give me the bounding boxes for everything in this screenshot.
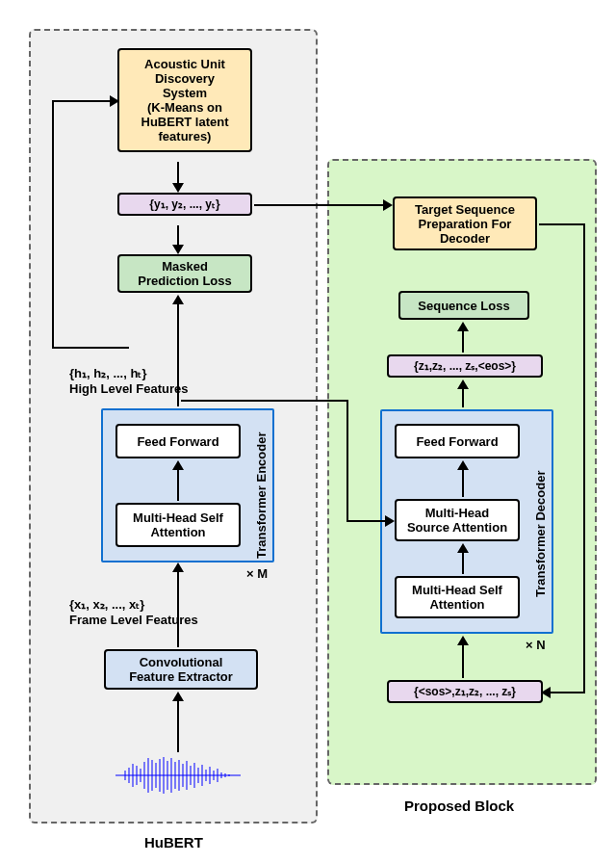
decoder-feed-forward-box: Feed Forward [395, 424, 520, 458]
conv-feature-extractor-box: Convolutional Feature Extractor [104, 649, 258, 690]
encoder-feed-forward-box: Feed Forward [116, 424, 241, 458]
hubert-title: HuBERT [144, 834, 203, 850]
y-sequence-box: {y₁, y₂, ..., yₜ} [117, 193, 252, 216]
decoder-mhsa-box: Multi-Head Self Attention [395, 576, 520, 618]
high-level-features-label: {h₁, h₂, ..., hₜ} High Level Features [69, 366, 189, 396]
z-in-box: {<sos>,z₁,z₂, ..., zₛ} [387, 680, 543, 703]
z-out-box: {z₁,z₂, ..., zₛ,<eos>} [387, 354, 543, 378]
acoustic-unit-discovery-box: Acoustic Unit Discovery System (K-Means … [117, 48, 252, 152]
times-n-label: × N [526, 638, 546, 653]
sequence-loss-box: Sequence Loss [398, 291, 529, 320]
times-m-label: × M [246, 566, 268, 582]
proposed-title: Proposed Block [404, 798, 514, 814]
encoder-mhsa-box: Multi-Head Self Attention [116, 503, 241, 547]
transformer-encoder-label: Transformer Encoder [254, 414, 269, 559]
target-seq-prep-box: Target Sequence Preparation For Decoder [393, 196, 537, 250]
decoder-mh-source-box: Multi-Head Source Attention [395, 499, 520, 541]
masked-prediction-loss-box: Masked Prediction Loss [117, 254, 252, 293]
transformer-decoder-label: Transformer Decoder [533, 453, 548, 597]
waveform-icon [116, 756, 241, 795]
